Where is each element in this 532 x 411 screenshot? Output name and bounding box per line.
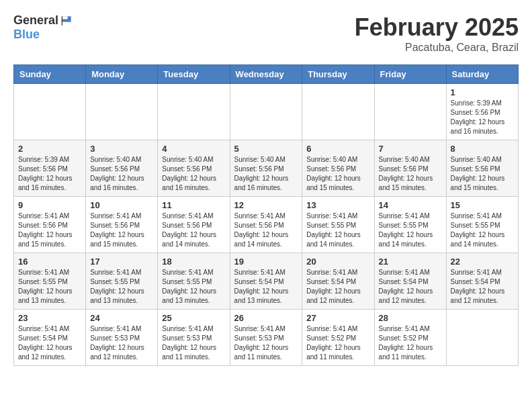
day-info: Sunrise: 5:41 AM Sunset: 5:53 PM Dayligh… xyxy=(234,324,298,362)
calendar-cell: 23Sunrise: 5:41 AM Sunset: 5:54 PM Dayli… xyxy=(14,310,86,366)
calendar-cell: 18Sunrise: 5:41 AM Sunset: 5:55 PM Dayli… xyxy=(158,253,230,310)
calendar-cell: 27Sunrise: 5:41 AM Sunset: 5:52 PM Dayli… xyxy=(302,310,374,366)
day-number: 7 xyxy=(379,144,442,154)
day-info: Sunrise: 5:41 AM Sunset: 5:55 PM Dayligh… xyxy=(379,212,442,249)
location-subtitle: Pacatuba, Ceara, Brazil xyxy=(355,42,519,54)
day-number: 5 xyxy=(234,144,298,154)
calendar-cell xyxy=(86,84,158,140)
calendar-header-thursday: Thursday xyxy=(302,65,374,84)
calendar-table: SundayMondayTuesdayWednesdayThursdayFrid… xyxy=(13,64,519,366)
calendar-cell: 9Sunrise: 5:41 AM Sunset: 5:56 PM Daylig… xyxy=(14,197,86,253)
day-info: Sunrise: 5:40 AM Sunset: 5:56 PM Dayligh… xyxy=(234,155,298,193)
logo-flag-icon xyxy=(60,14,73,28)
calendar-cell xyxy=(374,84,446,140)
calendar-cell: 16Sunrise: 5:41 AM Sunset: 5:55 PM Dayli… xyxy=(14,253,86,310)
logo: General Blue xyxy=(13,13,73,42)
day-info: Sunrise: 5:41 AM Sunset: 5:56 PM Dayligh… xyxy=(18,212,81,249)
day-number: 16 xyxy=(18,257,81,267)
day-info: Sunrise: 5:40 AM Sunset: 5:56 PM Dayligh… xyxy=(379,155,442,193)
day-info: Sunrise: 5:41 AM Sunset: 5:56 PM Dayligh… xyxy=(90,212,153,249)
title-area: February 2025 Pacatuba, Ceara, Brazil xyxy=(355,13,519,54)
day-info: Sunrise: 5:41 AM Sunset: 5:55 PM Dayligh… xyxy=(18,268,81,306)
logo-blue: Blue xyxy=(13,28,40,42)
day-number: 1 xyxy=(451,87,514,97)
calendar-cell xyxy=(446,310,518,366)
calendar-week-row: 1Sunrise: 5:39 AM Sunset: 5:56 PM Daylig… xyxy=(14,84,519,140)
calendar-cell: 6Sunrise: 5:40 AM Sunset: 5:56 PM Daylig… xyxy=(302,140,374,197)
page-header: General Blue February 2025 Pacatuba, Cea… xyxy=(13,13,519,54)
calendar-cell: 7Sunrise: 5:40 AM Sunset: 5:56 PM Daylig… xyxy=(374,140,446,197)
calendar-cell: 3Sunrise: 5:40 AM Sunset: 5:56 PM Daylig… xyxy=(86,140,158,197)
day-info: Sunrise: 5:39 AM Sunset: 5:56 PM Dayligh… xyxy=(18,155,81,193)
day-number: 20 xyxy=(306,257,369,267)
day-number: 15 xyxy=(451,200,514,210)
day-info: Sunrise: 5:41 AM Sunset: 5:53 PM Dayligh… xyxy=(90,324,153,362)
day-number: 17 xyxy=(90,257,153,267)
day-number: 2 xyxy=(18,144,81,154)
calendar-cell: 14Sunrise: 5:41 AM Sunset: 5:55 PM Dayli… xyxy=(374,197,446,253)
calendar-header-wednesday: Wednesday xyxy=(230,65,302,84)
calendar-cell: 4Sunrise: 5:40 AM Sunset: 5:56 PM Daylig… xyxy=(158,140,230,197)
day-info: Sunrise: 5:40 AM Sunset: 5:56 PM Dayligh… xyxy=(306,155,369,193)
day-number: 25 xyxy=(162,313,225,323)
day-number: 12 xyxy=(234,200,298,210)
day-number: 10 xyxy=(90,200,153,210)
day-number: 26 xyxy=(234,313,298,323)
calendar-cell: 12Sunrise: 5:41 AM Sunset: 5:56 PM Dayli… xyxy=(230,197,302,253)
calendar-header-row: SundayMondayTuesdayWednesdayThursdayFrid… xyxy=(14,65,519,84)
day-number: 11 xyxy=(162,200,225,210)
calendar-cell: 19Sunrise: 5:41 AM Sunset: 5:54 PM Dayli… xyxy=(230,253,302,310)
day-info: Sunrise: 5:41 AM Sunset: 5:52 PM Dayligh… xyxy=(306,324,369,362)
day-info: Sunrise: 5:41 AM Sunset: 5:56 PM Dayligh… xyxy=(234,212,298,249)
calendar-cell: 2Sunrise: 5:39 AM Sunset: 5:56 PM Daylig… xyxy=(14,140,86,197)
calendar-header-tuesday: Tuesday xyxy=(158,65,230,84)
day-info: Sunrise: 5:40 AM Sunset: 5:56 PM Dayligh… xyxy=(162,155,225,193)
day-number: 13 xyxy=(306,200,369,210)
logo-general: General xyxy=(13,13,58,28)
calendar-cell: 28Sunrise: 5:41 AM Sunset: 5:52 PM Dayli… xyxy=(374,310,446,366)
day-info: Sunrise: 5:41 AM Sunset: 5:55 PM Dayligh… xyxy=(306,212,369,249)
day-info: Sunrise: 5:41 AM Sunset: 5:55 PM Dayligh… xyxy=(90,268,153,306)
calendar-cell: 17Sunrise: 5:41 AM Sunset: 5:55 PM Dayli… xyxy=(86,253,158,310)
day-info: Sunrise: 5:41 AM Sunset: 5:54 PM Dayligh… xyxy=(234,268,298,306)
day-info: Sunrise: 5:40 AM Sunset: 5:56 PM Dayligh… xyxy=(90,155,153,193)
calendar-cell: 25Sunrise: 5:41 AM Sunset: 5:53 PM Dayli… xyxy=(158,310,230,366)
day-number: 6 xyxy=(306,144,369,154)
day-info: Sunrise: 5:41 AM Sunset: 5:54 PM Dayligh… xyxy=(18,324,81,362)
day-number: 8 xyxy=(451,144,514,154)
calendar-cell: 15Sunrise: 5:41 AM Sunset: 5:55 PM Dayli… xyxy=(446,197,518,253)
calendar-week-row: 2Sunrise: 5:39 AM Sunset: 5:56 PM Daylig… xyxy=(14,140,519,197)
calendar-cell: 11Sunrise: 5:41 AM Sunset: 5:56 PM Dayli… xyxy=(158,197,230,253)
day-number: 28 xyxy=(379,313,442,323)
day-number: 27 xyxy=(306,313,369,323)
day-number: 23 xyxy=(18,313,81,323)
day-info: Sunrise: 5:41 AM Sunset: 5:53 PM Dayligh… xyxy=(162,324,225,362)
calendar-cell xyxy=(14,84,86,140)
calendar-cell: 10Sunrise: 5:41 AM Sunset: 5:56 PM Dayli… xyxy=(86,197,158,253)
day-number: 4 xyxy=(162,144,225,154)
calendar-cell: 26Sunrise: 5:41 AM Sunset: 5:53 PM Dayli… xyxy=(230,310,302,366)
day-info: Sunrise: 5:41 AM Sunset: 5:55 PM Dayligh… xyxy=(162,268,225,306)
calendar-cell xyxy=(158,84,230,140)
svg-marker-1 xyxy=(62,16,67,19)
calendar-header-monday: Monday xyxy=(86,65,158,84)
calendar-header-sunday: Sunday xyxy=(14,65,86,84)
calendar-cell: 1Sunrise: 5:39 AM Sunset: 5:56 PM Daylig… xyxy=(446,84,518,140)
day-number: 9 xyxy=(18,200,81,210)
calendar-header-saturday: Saturday xyxy=(446,65,518,84)
calendar-cell: 20Sunrise: 5:41 AM Sunset: 5:54 PM Dayli… xyxy=(302,253,374,310)
calendar-cell xyxy=(230,84,302,140)
calendar-cell: 5Sunrise: 5:40 AM Sunset: 5:56 PM Daylig… xyxy=(230,140,302,197)
calendar-week-row: 16Sunrise: 5:41 AM Sunset: 5:55 PM Dayli… xyxy=(14,253,519,310)
day-number: 24 xyxy=(90,313,153,323)
calendar-cell xyxy=(302,84,374,140)
day-info: Sunrise: 5:41 AM Sunset: 5:54 PM Dayligh… xyxy=(451,268,514,306)
calendar-cell: 22Sunrise: 5:41 AM Sunset: 5:54 PM Dayli… xyxy=(446,253,518,310)
calendar-cell: 21Sunrise: 5:41 AM Sunset: 5:54 PM Dayli… xyxy=(374,253,446,310)
day-info: Sunrise: 5:41 AM Sunset: 5:54 PM Dayligh… xyxy=(379,268,442,306)
month-year-title: February 2025 xyxy=(355,13,519,42)
day-number: 22 xyxy=(451,257,514,267)
day-number: 14 xyxy=(379,200,442,210)
day-number: 19 xyxy=(234,257,298,267)
day-info: Sunrise: 5:41 AM Sunset: 5:54 PM Dayligh… xyxy=(306,268,369,306)
